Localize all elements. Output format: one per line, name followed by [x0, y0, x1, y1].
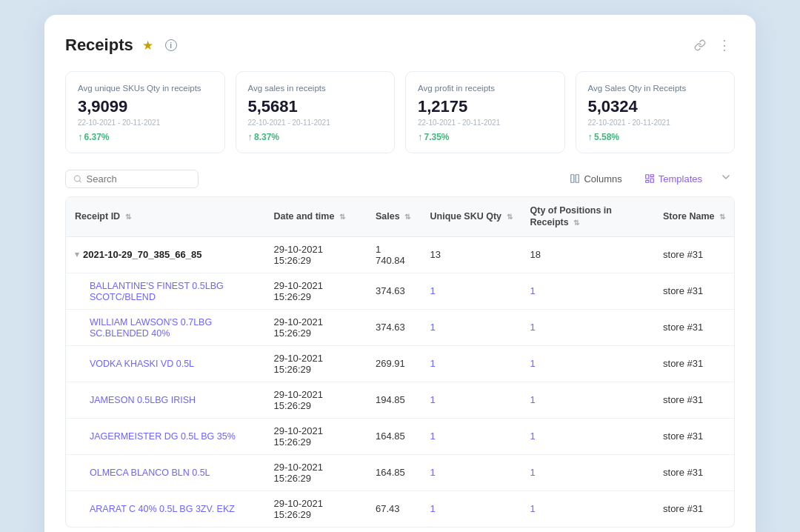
kpi-change-0: ↑ 6.37%	[78, 131, 213, 142]
cell-sales: 374.63	[367, 309, 421, 345]
sort-icon-store-name: ⇅	[719, 213, 725, 221]
kpi-change-text-2: 7.35%	[424, 132, 450, 142]
kpi-card-3: Avg Sales Qty in Receipts 5,0324 22-10-2…	[576, 71, 736, 153]
kpi-value-0: 3,9099	[78, 97, 213, 116]
cell-sales: 194.85	[367, 382, 421, 418]
kpi-change-3: ↑ 5.58%	[588, 131, 723, 142]
kpi-card-2: Avg profit in receipts 1,2175 22-10-2021…	[405, 71, 565, 153]
search-input[interactable]	[87, 173, 190, 184]
svg-rect-6	[650, 179, 653, 182]
col-receipt-id[interactable]: Receipt ID ⇅	[66, 197, 264, 236]
kpi-arrow-0: ↑	[78, 131, 83, 142]
cell-store-name: store #31	[654, 491, 734, 527]
cell-store-name: store #31	[654, 345, 734, 382]
templates-button[interactable]: Templates	[637, 170, 710, 188]
templates-icon	[644, 173, 655, 184]
templates-label: Templates	[659, 173, 702, 184]
kpi-change-1: ↑ 8.37%	[248, 131, 383, 142]
product-link[interactable]: ARARAT C 40% 0.5L BG 3ZV. EKZ	[90, 504, 235, 514]
cell-date-time: 29-10-2021 15:26:29	[264, 382, 367, 418]
table-row: JAMESON 0.5LBG IRISH 29-10-2021 15:26:29…	[66, 382, 734, 418]
product-link[interactable]: VODKA KHASKI VD 0.5L	[90, 359, 194, 369]
cell-date-time: 29-10-2021 15:26:29	[264, 236, 367, 273]
kpi-arrow-1: ↑	[248, 131, 253, 142]
cell-store-name: store #31	[654, 418, 734, 454]
product-link[interactable]: OLMECA BLANCO BLN 0.5L	[90, 468, 210, 478]
product-link[interactable]: WILLIAM LAWSON'S 0.7LBG SC.BLENDED 40%	[90, 317, 212, 339]
search-box[interactable]	[65, 170, 199, 188]
kpi-label-1: Avg sales in receipts	[248, 84, 383, 93]
cell-store-name: store #31	[654, 454, 734, 491]
table-row: ARARAT C 40% 0.5L BG 3ZV. EKZ 29-10-2021…	[66, 491, 734, 527]
cell-date-time: 29-10-2021 15:26:29	[264, 491, 367, 527]
receipt-id-main: ▾ 2021-10-29_70_385_66_85	[75, 249, 256, 260]
cell-qty-positions: 18	[521, 236, 654, 273]
kpi-change-text-1: 8.37%	[254, 132, 279, 142]
col-unique-sku[interactable]: Unique SKU Qty ⇅	[421, 197, 521, 236]
table-row: OLMECA BLANCO BLN 0.5L 29-10-2021 15:26:…	[66, 454, 734, 491]
kpi-card-1: Avg sales in receipts 5,5681 22-10-2021 …	[236, 71, 396, 153]
svg-rect-3	[576, 175, 579, 183]
kpi-date-2: 22-10-2021 - 20-11-2021	[418, 119, 553, 127]
sort-icon-sales: ⇅	[404, 213, 410, 221]
cell-qty-positions: 1	[521, 382, 654, 418]
product-link[interactable]: BALLANTINE'S FINEST 0.5LBG SCOTC/BLEND	[90, 281, 224, 302]
cell-sales: 374.63	[367, 273, 421, 309]
expand-button[interactable]	[717, 168, 735, 189]
product-link[interactable]: JAGERMEISTER DG 0.5L BG 35%	[90, 431, 236, 442]
kpi-card-0: Avg unique SKUs Qty in receipts 3,9099 2…	[65, 71, 225, 153]
cell-unique-sku: 1	[421, 418, 521, 454]
kpi-label-3: Avg Sales Qty in Receipts	[588, 84, 723, 93]
svg-rect-5	[650, 175, 653, 177]
cell-unique-sku: 1	[421, 273, 521, 309]
kpi-label-2: Avg profit in receipts	[418, 84, 553, 93]
table-row: WILLIAM LAWSON'S 0.7LBG SC.BLENDED 40% 2…	[66, 309, 734, 345]
cell-unique-sku: 1	[421, 454, 521, 491]
info-icon: i	[165, 39, 177, 51]
cell-receipt-id: ARARAT C 40% 0.5L BG 3ZV. EKZ	[66, 491, 264, 527]
expand-arrow-icon[interactable]: ▾	[75, 250, 79, 259]
link-icon	[694, 39, 706, 51]
more-button[interactable]: ⋮	[715, 36, 735, 55]
cell-sales: 164.85	[367, 454, 421, 491]
col-date-time[interactable]: Date and time ⇅	[264, 197, 367, 236]
table-body: ▾ 2021-10-29_70_385_66_85 29-10-2021 15:…	[66, 236, 734, 527]
columns-label: Columns	[584, 173, 621, 184]
cell-store-name: store #31	[654, 273, 734, 309]
kpi-change-text-3: 5.58%	[594, 132, 619, 142]
cell-sales: 67.43	[367, 491, 421, 527]
cell-receipt-id: OLMECA BLANCO BLN 0.5L	[66, 454, 264, 491]
svg-line-1	[79, 180, 81, 182]
table-row: ▾ 2021-10-29_70_385_66_85 29-10-2021 15:…	[66, 236, 734, 273]
columns-button[interactable]: Columns	[562, 170, 629, 188]
cell-qty-positions: 1	[521, 454, 654, 491]
cell-qty-positions: 1	[521, 345, 654, 382]
link-button[interactable]	[691, 38, 709, 53]
kpi-date-1: 22-10-2021 - 20-11-2021	[248, 119, 383, 127]
col-sales[interactable]: Sales ⇅	[367, 197, 421, 236]
sort-icon-date-time: ⇅	[339, 213, 345, 221]
cell-receipt-id: JAMESON 0.5LBG IRISH	[66, 382, 264, 418]
kpi-arrow-3: ↑	[588, 131, 593, 142]
kpi-change-2: ↑ 7.35%	[418, 131, 553, 142]
col-store-name[interactable]: Store Name ⇅	[654, 197, 734, 236]
cell-receipt-id: VODKA KHASKI VD 0.5L	[66, 345, 264, 382]
col-qty-positions[interactable]: Qty of Positions in Receipts ⇅	[521, 197, 654, 236]
cell-sales: 1 740.84	[367, 236, 421, 273]
product-link[interactable]: JAMESON 0.5LBG IRISH	[90, 395, 196, 405]
info-button[interactable]: i	[162, 38, 180, 53]
cell-qty-positions: 1	[521, 491, 654, 527]
kpi-value-2: 1,2175	[418, 97, 553, 116]
star-icon: ★	[142, 38, 153, 53]
header-icons: ⋮	[691, 36, 735, 55]
cell-unique-sku: 1	[421, 382, 521, 418]
kpi-date-3: 22-10-2021 - 20-11-2021	[588, 119, 723, 127]
kpi-value-3: 5,0324	[588, 97, 723, 116]
star-button[interactable]: ★	[139, 36, 156, 55]
more-icon: ⋮	[718, 37, 732, 53]
table-row: VODKA KHASKI VD 0.5L 29-10-2021 15:26:29…	[66, 345, 734, 382]
cell-sales: 164.85	[367, 418, 421, 454]
kpi-label-0: Avg unique SKUs Qty in receipts	[78, 84, 213, 93]
cell-store-name: store #31	[654, 382, 734, 418]
cell-date-time: 29-10-2021 15:26:29	[264, 454, 367, 491]
